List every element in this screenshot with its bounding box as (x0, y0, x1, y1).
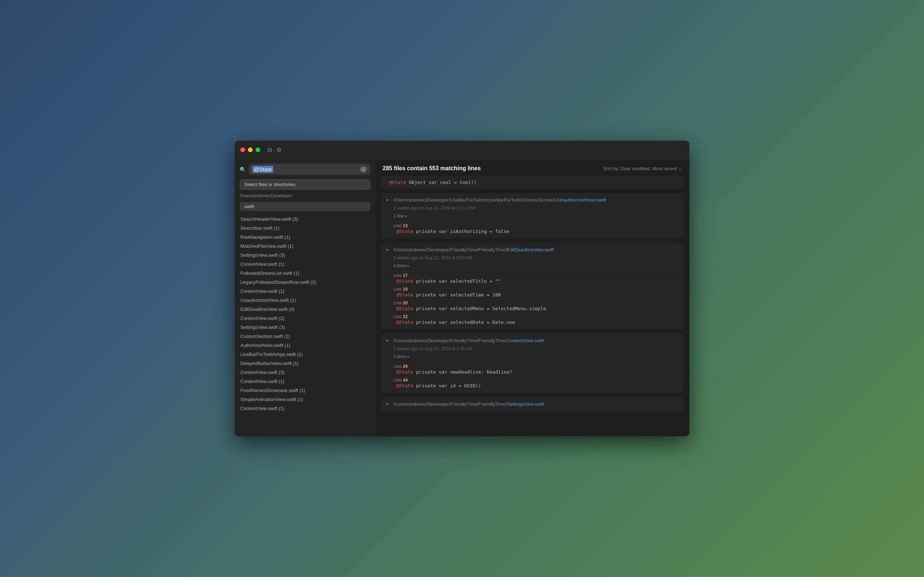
result-meta: 2 weeks ago on Aug 14, 2024 at 11:12 PM (381, 205, 683, 213)
line-number: 20 (403, 300, 407, 305)
file-list: SearchHeaderView.swift (3)Searchbar.swif… (234, 214, 375, 436)
line-number-label: Line 13 (393, 223, 678, 228)
file-list-item[interactable]: RootNavigation.swift (1) (237, 233, 373, 242)
result-matches: Line 17 @State private var selectedTitle… (381, 271, 683, 329)
file-list-item[interactable]: ContentView.swift (1) (237, 404, 373, 413)
line-number-label: Line 22 (393, 314, 678, 319)
state-keyword: @State (396, 319, 413, 325)
content-area: 🔍 @State × Select files or directories /… (234, 160, 690, 436)
file-list-item[interactable]: ContentView.swift (2) (237, 314, 373, 323)
result-matches: Line 13 @State private var isAuthorizing… (381, 221, 683, 239)
sidebar-toggle-icon[interactable]: ⊟ (267, 147, 272, 153)
file-list-item[interactable]: MatchedFileView.swift (1) (237, 242, 373, 251)
result-meta: 2 weeks ago on Aug 12, 2024 at 8:45 AM (381, 345, 683, 354)
match-line: Line 44 @State private var id = UUID() (381, 376, 683, 390)
file-list-item[interactable]: FollowedStreamList.swift (1) (237, 269, 373, 278)
file-list-item[interactable]: SearchHeaderView.swift (3) (237, 214, 373, 224)
state-keyword: @State (396, 229, 413, 234)
state-keyword: @State (396, 306, 413, 311)
lines-count[interactable]: 1 line ▾ (381, 213, 683, 221)
sort-control[interactable]: Sort by: Date modified, Most recent ⌄ (603, 166, 682, 171)
lines-expand-icon: ▾ (407, 355, 409, 359)
line-number: 22 (403, 314, 407, 319)
partial-match-code: @State Object var cool = Cool() (386, 180, 678, 185)
path-filename: EditDeadlineView.swift (507, 247, 554, 253)
match-line: Line 17 @State private var selectedTitle… (381, 272, 683, 285)
line-number: 17 (403, 273, 407, 278)
search-icon: 🔍 (240, 167, 246, 172)
main-window: ⊟ ⚙ 🔍 @State × Select files or directori… (234, 141, 690, 436)
path-base: /Users/andrewo/Developer/FriendlyTime/Fr… (393, 401, 507, 407)
line-number-label: Line 20 (393, 300, 678, 305)
clear-search-button[interactable]: × (360, 166, 367, 173)
match-line: Line 20 @State private var selectedMenu … (381, 299, 683, 313)
match-code: @State private var selectedTitle = "" (393, 279, 678, 284)
file-list-item[interactable]: DelayedButtonView.swift (1) (237, 359, 373, 368)
file-list-item[interactable]: ContentView.swift (1) (237, 377, 373, 386)
close-button[interactable] (241, 148, 245, 152)
file-list-item[interactable]: EditDeadlineView.swift (4) (237, 305, 373, 314)
sidebar: 🔍 @State × Select files or directories /… (234, 160, 375, 436)
path-filename: UnauthorizedView.swift (558, 197, 606, 203)
result-group-unauthorized: ▾ /Users/andrewo/Developer/LiveBarForTwi… (381, 193, 683, 239)
file-list-item[interactable]: Searchbar.swift (1) (237, 224, 373, 233)
line-number-label: Line 44 (393, 377, 678, 383)
file-path: /Users/andrewo/Developer/FriendlyTime/Fr… (393, 338, 544, 343)
result-group-header[interactable]: ▾ /Users/andrewo/Developer/FriendlyTime/… (381, 334, 683, 345)
path-filename: ContentView.swift (507, 338, 544, 343)
file-list-item[interactable]: CustomSection.swift (1) (237, 332, 373, 341)
maximize-button[interactable] (255, 148, 260, 152)
match-line: Line 29 @State private var newDeadline: … (381, 363, 683, 376)
main-content: 285 files contain 553 matching lines Sor… (375, 160, 690, 436)
result-group-contentview: ▾ /Users/andrewo/Developer/FriendlyTime/… (381, 334, 683, 393)
file-list-item[interactable]: AuthorizedView.swift (1) (237, 341, 373, 350)
result-group-header[interactable]: ▾ /Users/andrewo/Developer/FriendlyTime/… (381, 243, 683, 255)
result-matches: Line 29 @State private var newDeadline: … (381, 362, 683, 393)
match-code: @State private var isAuthorizing = false (393, 229, 678, 234)
line-number: 44 (403, 377, 407, 383)
file-list-item[interactable]: SimpleAnimationView.swift (1) (237, 395, 373, 404)
match-code: @State private var newDeadline: Deadline… (393, 369, 678, 375)
match-code: @State private var selectedTime = 180 (393, 292, 678, 298)
collapse-arrow-icon: ▾ (386, 338, 391, 343)
results-header: 285 files contain 553 matching lines Sor… (375, 160, 690, 176)
sort-label: Sort by: Date modified, Most recent (603, 166, 677, 171)
sort-arrow-icon: ⌄ (678, 166, 682, 171)
file-path: /Users/andrewo/Developer/FriendlyTime/Fr… (393, 401, 544, 407)
collapse-arrow-icon: ▾ (386, 247, 391, 253)
line-number-label: Line 19 (393, 287, 678, 292)
file-list-item[interactable]: ContentView.swift (3) (237, 368, 373, 377)
file-list-item[interactable]: ContentView.swift (1) (237, 287, 373, 296)
file-list-item[interactable]: FoodNamesShowcase.swift (1) (237, 386, 373, 395)
results-summary: 285 files contain 553 matching lines (383, 165, 481, 172)
state-keyword: @State (396, 383, 413, 388)
file-list-item[interactable]: ContentView.swift (1) (237, 259, 373, 269)
line-number: 29 (403, 364, 407, 369)
search-bar: 🔍 @State × (234, 160, 375, 178)
lines-count[interactable]: 2 lines ▾ (381, 354, 683, 362)
settings-icon[interactable]: ⚙ (276, 147, 281, 153)
match-line: Line 22 @State private var selectedDate … (381, 313, 683, 326)
file-list-item[interactable]: LiveBarForTwitchApp.swift (1) (237, 350, 373, 359)
state-keyword: @State (396, 279, 413, 284)
result-group-header[interactable]: ▾ /Users/andrewo/Developer/FriendlyTime/… (381, 397, 683, 409)
collapse-arrow-icon: ▾ (386, 198, 391, 203)
state-keyword: @State (396, 292, 413, 298)
result-group-settingsview: ▾ /Users/andrewo/Developer/FriendlyTime/… (381, 397, 683, 411)
file-list-item[interactable]: SettingsView.swift (3) (237, 251, 373, 259)
path-base: /Users/andrewo/Developer/LiveBarForTwitc… (393, 197, 558, 203)
search-input[interactable]: @State (252, 166, 273, 173)
file-list-item[interactable]: LegacyFollowedStreamRow.swift (2) (237, 278, 373, 287)
collapse-arrow-icon: ▾ (386, 402, 391, 407)
result-group-header[interactable]: ▾ /Users/andrewo/Developer/LiveBarForTwi… (381, 193, 683, 205)
select-files-button[interactable]: Select files or directories (240, 179, 370, 190)
minimize-button[interactable] (248, 148, 253, 152)
state-keyword: @State (389, 180, 406, 185)
match-code: @State private var selectedDate = Date.n… (393, 319, 678, 325)
lines-count[interactable]: 4 lines ▾ (381, 263, 683, 271)
file-list-item[interactable]: UnauthorizedView.swift (1) (237, 296, 373, 305)
result-group-editdeadline: ▾ /Users/andrewo/Developer/FriendlyTime/… (381, 243, 683, 329)
file-list-item[interactable]: SettingsView.swift (3) (237, 323, 373, 332)
match-code: @State private var selectedMenu = Select… (393, 306, 678, 311)
extension-filter-tag[interactable]: .swift (240, 202, 370, 211)
